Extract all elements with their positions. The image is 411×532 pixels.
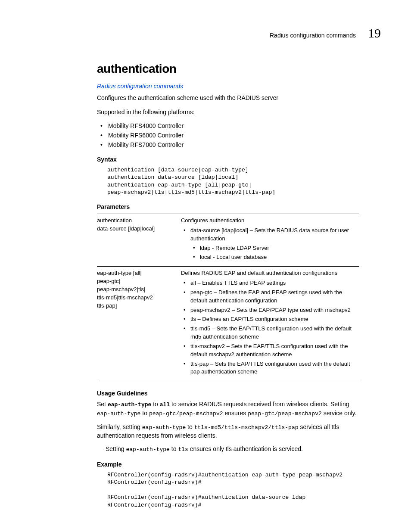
syntax-code: authentication [data-source|eap-auth-typ… (107, 166, 359, 196)
table-row: authentication data-source [ldap|local] … (97, 214, 359, 266)
header-section: Radius configuration commands (270, 32, 356, 39)
list-item: Mobility RFS7000 Controller (99, 141, 359, 148)
param-key: eap-auth-type [all| peap-gtc| peap-mscha… (97, 269, 181, 377)
usage-heading: Usage Guidelines (97, 390, 359, 397)
example-code: RFController(config-radsrv)#authenticati… (107, 471, 359, 509)
chapter-number: 19 (368, 26, 381, 40)
table-row: eap-auth-type [all| peap-gtc| peap-mscha… (97, 266, 359, 381)
page-header: Radius configuration commands 19 (26, 26, 385, 40)
supported-text: Supported in the following platforms: (97, 108, 359, 116)
usage-paragraph-indent: Setting eap-auth-type to tls ensures onl… (106, 445, 359, 454)
param-description: Configures authentication data-source [l… (181, 217, 359, 263)
parameters-table: authentication data-source [ldap|local] … (97, 214, 359, 381)
usage-paragraph: Similarly, setting eap-auth-type to ttls… (97, 423, 359, 440)
example-heading: Example (97, 461, 359, 468)
param-description: Defines RADIUS EAP and default authentic… (181, 269, 359, 377)
breadcrumb-link[interactable]: Radius configuration commands (97, 83, 359, 90)
intro-text: Configures the authentication scheme use… (97, 94, 359, 102)
usage-paragraph: Set eap-auth-type to all to service RADI… (97, 400, 359, 417)
param-key: authentication data-source [ldap|local] (97, 217, 181, 263)
list-item: Mobility RFS6000 Controller (99, 132, 359, 139)
list-item: Mobility RFS4000 Controller (99, 122, 359, 129)
syntax-heading: Syntax (97, 156, 359, 163)
parameters-heading: Parameters (97, 203, 359, 210)
page-title: authentication (97, 62, 359, 76)
platform-list: Mobility RFS4000 Controller Mobility RFS… (99, 122, 359, 148)
